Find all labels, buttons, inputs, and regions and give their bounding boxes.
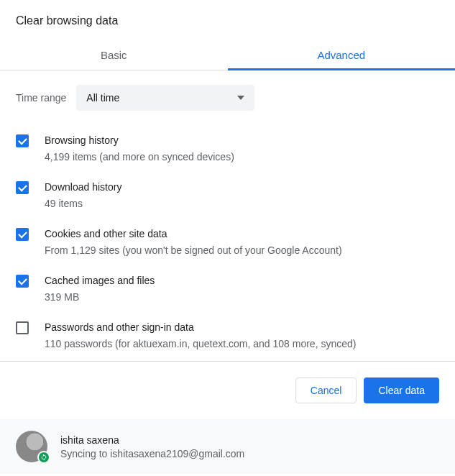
cancel-button[interactable]: Cancel: [295, 377, 357, 403]
options-scroll[interactable]: Time range All time Browsing history 4,1…: [0, 70, 455, 362]
sync-icon: [37, 451, 50, 464]
dialog-title: Clear browsing data: [0, 0, 455, 40]
account-row: ishita saxena Syncing to ishitasaxena210…: [0, 419, 455, 474]
option-title: Browsing history: [45, 133, 439, 147]
checkbox-cookies[interactable]: [16, 228, 29, 241]
option-title: Download history: [45, 180, 439, 194]
tab-basic[interactable]: Basic: [0, 40, 228, 70]
option-subtitle: 110 passwords (for aktuexam.in, quetext.…: [45, 337, 439, 351]
time-range-label: Time range: [16, 92, 66, 104]
avatar: [16, 431, 47, 462]
option-subtitle: 49 items: [45, 196, 439, 211]
option-download-history: Download history 49 items: [0, 172, 455, 219]
option-passwords: Passwords and other sign-in data 110 pas…: [0, 312, 455, 359]
checkbox-download-history[interactable]: [16, 181, 29, 194]
option-cached: Cached images and files 319 MB: [0, 265, 455, 312]
tab-advanced[interactable]: Advanced: [228, 40, 456, 70]
option-browsing-history: Browsing history 4,199 items (and more o…: [0, 125, 455, 172]
tabs: Basic Advanced: [0, 40, 455, 70]
option-subtitle: From 1,129 sites (you won't be signed ou…: [45, 243, 439, 257]
option-title: Cached images and files: [45, 273, 439, 288]
dialog-footer: Cancel Clear data: [0, 362, 455, 419]
time-range-value: All time: [86, 92, 119, 104]
time-range-row: Time range All time: [0, 70, 455, 125]
time-range-select[interactable]: All time: [76, 85, 254, 111]
option-subtitle: 319 MB: [45, 290, 439, 304]
option-title: Passwords and other sign-in data: [45, 320, 439, 334]
account-name: ishita saxena: [60, 434, 244, 446]
account-sync-status: Syncing to ishitasaxena2109@gmail.com: [60, 448, 244, 459]
checkbox-passwords[interactable]: [16, 321, 29, 334]
option-title: Cookies and other site data: [45, 226, 439, 241]
checkbox-cached[interactable]: [16, 275, 29, 288]
clear-data-button[interactable]: Clear data: [364, 377, 439, 403]
option-cookies: Cookies and other site data From 1,129 s…: [0, 219, 455, 265]
option-subtitle: 4,199 items (and more on synced devices): [45, 150, 439, 164]
chevron-down-icon: [237, 96, 244, 100]
checkbox-browsing-history[interactable]: [16, 134, 29, 147]
